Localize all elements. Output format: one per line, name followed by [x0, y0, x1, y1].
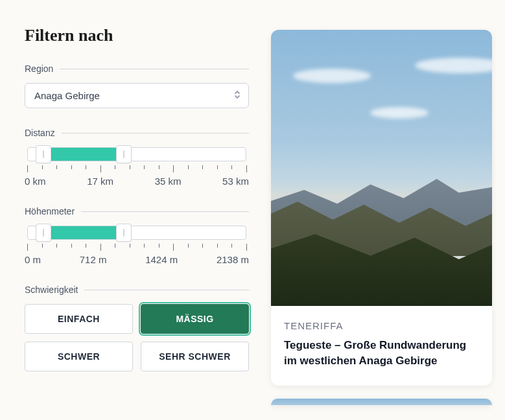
distance-field: Distanz 0 km 17 km 35 km 53 km: [25, 128, 249, 187]
tick-label: 712 m: [80, 254, 107, 265]
elevation-slider-min-handle[interactable]: [36, 224, 51, 242]
elevation-slider[interactable]: [27, 226, 246, 240]
elevation-tick-labels: 0 m 712 m 1424 m 2138 m: [25, 254, 249, 265]
filter-sidebar: Filtern nach Region Anaga Gebirge Dista: [25, 26, 249, 405]
result-card[interactable]: TENERIFFA Tegueste – Große Rundwanderung…: [271, 30, 492, 386]
elevation-slider-max-handle[interactable]: [116, 224, 132, 242]
page-title: Filtern nach: [25, 26, 249, 45]
elevation-field: Höhenmeter 0 m 712 m 1424 m 2138 m: [25, 206, 249, 265]
difficulty-schwer-button[interactable]: SCHWER: [25, 342, 133, 371]
region-select[interactable]: Anaga Gebirge: [25, 83, 249, 108]
difficulty-label: Schwierigkeit: [25, 285, 78, 295]
distance-slider-min-handle[interactable]: [36, 145, 51, 163]
tick-label: 17 km: [87, 176, 113, 187]
difficulty-sehr-schwer-button[interactable]: SEHR SCHWER: [141, 342, 249, 371]
distance-slider-fill: [43, 148, 124, 161]
distance-slider[interactable]: [27, 147, 246, 161]
tick-label: 1424 m: [145, 254, 178, 265]
elevation-slider-fill: [43, 226, 124, 239]
distance-label: Distanz: [25, 128, 55, 138]
result-card-peek[interactable]: [271, 399, 492, 405]
divider: [81, 211, 249, 212]
tick-label: 53 km: [222, 176, 249, 187]
results-column: TENERIFFA Tegueste – Große Rundwanderung…: [271, 26, 492, 405]
difficulty-einfach-button[interactable]: EINFACH: [25, 304, 133, 334]
result-card-image: [271, 30, 492, 306]
distance-slider-max-handle[interactable]: [116, 145, 132, 163]
difficulty-button-group: EINFACHMÄSSIGSCHWERSEHR SCHWER: [25, 304, 249, 371]
elevation-label: Höhenmeter: [25, 206, 75, 216]
tick-label: 2138 m: [217, 254, 249, 265]
divider: [60, 69, 249, 69]
distance-ticks: [27, 165, 246, 174]
tick-label: 35 km: [155, 176, 182, 187]
distance-tick-labels: 0 km 17 km 35 km 53 km: [25, 176, 249, 187]
region-field: Region Anaga Gebirge: [25, 64, 249, 108]
result-card-kicker: TENERIFFA: [284, 320, 479, 331]
result-card-title: Tegueste – Große Rundwanderung im westli…: [284, 338, 479, 369]
elevation-ticks: [27, 244, 246, 253]
divider: [62, 133, 249, 134]
region-label: Region: [25, 64, 53, 74]
divider: [84, 290, 249, 290]
difficulty-field: Schwierigkeit EINFACHMÄSSIGSCHWERSEHR SC…: [25, 285, 249, 371]
difficulty-mässig-button[interactable]: MÄSSIG: [141, 304, 249, 334]
tick-label: 0 km: [25, 176, 46, 187]
tick-label: 0 m: [25, 254, 41, 265]
